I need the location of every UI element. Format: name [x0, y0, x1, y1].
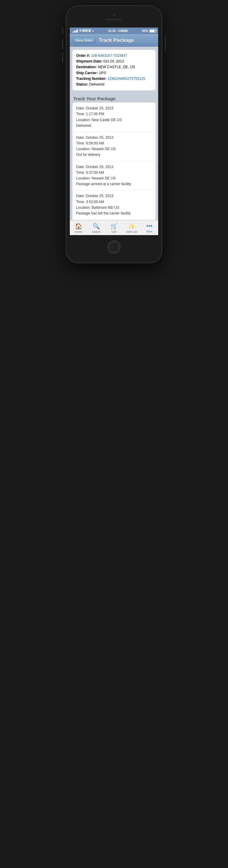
event-location: Location: Newark DE US — [76, 146, 152, 152]
bottom-bezel — [70, 235, 158, 259]
event-time: Time: 1:17:00 PM — [76, 111, 152, 117]
event-status: Package arrived at a carrier facility — [76, 181, 152, 187]
tracking-event: Date: October 25, 2013 Time: 6:59:00 AM … — [73, 132, 155, 161]
signal-bar-1 — [72, 32, 73, 33]
status-label: Status: — [76, 82, 88, 87]
tracking-event: Date: October 25, 2013 Time: 5:37:00 AM … — [73, 161, 155, 190]
content-area[interactable]: Order #: 108-6463167-7033847 Shipment Da… — [70, 46, 158, 220]
power-button — [165, 36, 166, 51]
tracking-number-label: Tracking Number: — [76, 76, 107, 81]
tracking-number-value[interactable]: 1Z602AW60275755125 — [107, 76, 145, 81]
home-button-inner — [109, 242, 119, 252]
signal-bar-5 — [77, 29, 78, 33]
signal-bars — [72, 29, 78, 33]
tracking-event: Date: October 25, 2013 Time: 1:17:00 PM … — [73, 102, 155, 132]
mute-button — [62, 27, 63, 34]
tab-home[interactable]: 🏠 Home — [70, 221, 87, 235]
shipment-date-row: Shipment Date: Oct 24, 2013 — [76, 59, 152, 64]
tab-wishlist-label: Wish List — [126, 230, 137, 233]
signal-bar-2 — [73, 31, 74, 33]
status-row: Status: Delivered — [76, 82, 152, 87]
tab-cart-label: Cart — [112, 230, 117, 233]
section-header: Track Your Package — [70, 94, 158, 102]
signal-bar-3 — [75, 31, 76, 33]
ship-carrier-row: Ship Carrier: UPS — [76, 70, 152, 76]
event-date: Date: October 25, 2013 — [76, 105, 152, 111]
event-status: Package has left the carrier facility — [76, 211, 152, 216]
search-icon: 🔍 — [92, 222, 100, 230]
event-location: Location: New Castle DE US — [76, 117, 152, 123]
tab-more[interactable]: ••• More — [141, 221, 158, 234]
order-number-value[interactable]: 108-6463167-7033847 — [91, 54, 127, 58]
event-location: Location: Baltimore MD US — [76, 205, 152, 211]
tab-wishlist[interactable]: ✨ Wish List — [123, 221, 141, 235]
tracking-number-row: Tracking Number: 1Z602AW60275755125 — [76, 76, 152, 82]
camera — [113, 14, 115, 16]
phone-frame: 中国联通 ▾ 16:39 - 248MB 95% View Order Trac… — [66, 6, 162, 262]
tab-home-label: Home — [75, 230, 82, 233]
signal-bar-4 — [76, 30, 77, 33]
destination-label: Destination: — [76, 65, 97, 69]
shipment-date-label: Shipment Date: — [76, 59, 102, 63]
wifi-icon: ▾ — [92, 29, 94, 33]
volume-down-button — [62, 52, 63, 63]
ship-carrier-value: UPS — [99, 71, 106, 75]
speaker — [107, 19, 121, 20]
status-time: 16:39 - 248MB — [108, 29, 128, 33]
event-location: Location: Newark DE US — [76, 176, 152, 181]
page-title: Track Package — [78, 37, 155, 43]
battery-icon — [149, 29, 156, 33]
volume-up-button — [62, 39, 63, 49]
event-date: Date: October 25, 2013 — [76, 135, 152, 141]
tab-search[interactable]: 🔍 Search — [87, 221, 105, 235]
status-bar: 中国联通 ▾ 16:39 - 248MB 95% — [70, 28, 158, 34]
event-time: Time: 6:59:00 AM — [76, 141, 152, 146]
destination-value: NEW CASTLE, DE, US — [98, 65, 135, 69]
navigation-bar: View Order Track Package — [70, 34, 158, 46]
shipment-date-value: Oct 24, 2013 — [103, 59, 124, 63]
event-time: Time: 5:37:00 AM — [76, 170, 152, 176]
status-left: 中国联通 ▾ — [72, 29, 94, 33]
order-number-row: Order #: 108-6463167-7033847 — [76, 53, 152, 59]
tracking-event: Date: October 25, 2013 Time: 3:53:00 AM … — [73, 190, 155, 220]
more-icon: ••• — [146, 222, 152, 229]
tracking-events-card: Date: October 25, 2013 Time: 1:17:00 PM … — [72, 102, 156, 220]
tab-more-label: More — [146, 230, 152, 233]
event-status: Delivered — [76, 123, 152, 129]
top-bezel — [70, 9, 158, 28]
battery-percent: 95% — [142, 29, 148, 33]
event-status: Out for delivery — [76, 152, 152, 158]
status-right: 95% — [142, 29, 156, 33]
order-number-label: Order #: — [76, 54, 90, 58]
carrier-name: 中国联通 — [79, 29, 91, 33]
wishlist-icon: ✨ — [128, 222, 136, 230]
order-summary-card: Order #: 108-6463167-7033847 Shipment Da… — [72, 50, 156, 91]
home-icon: 🏠 — [75, 222, 82, 230]
event-time: Time: 3:53:00 AM — [76, 199, 152, 205]
screen: 中国联通 ▾ 16:39 - 248MB 95% View Order Trac… — [70, 9, 158, 259]
home-button[interactable] — [107, 241, 121, 254]
ship-carrier-label: Ship Carrier: — [76, 71, 98, 75]
event-date: Date: October 25, 2013 — [76, 164, 152, 170]
event-date: Date: October 25, 2013 — [76, 193, 152, 199]
tab-search-label: Search — [92, 230, 101, 233]
battery-fill — [150, 30, 155, 32]
cart-icon: 🛒 — [110, 222, 118, 230]
tab-cart[interactable]: 🛒 Cart — [105, 221, 123, 235]
tab-bar: 🏠 Home 🔍 Search 🛒 Cart ✨ Wish List ••• M… — [70, 220, 158, 235]
status-value: Delivered — [89, 82, 105, 87]
destination-row: Destination: NEW CASTLE, DE, US — [76, 64, 152, 70]
